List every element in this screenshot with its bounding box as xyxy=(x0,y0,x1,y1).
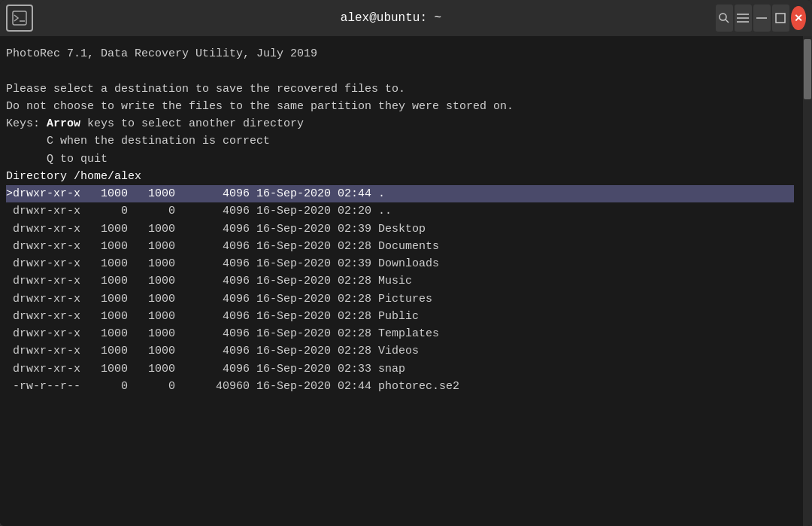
dir-row-1[interactable]: drwxr-xr-x 0 0 4096 16-Sep-2020 02:20 .. xyxy=(6,202,794,220)
window-title: alex@ubuntu: ~ xyxy=(66,11,716,25)
title-text: alex@ubuntu: ~ xyxy=(341,11,441,25)
photorec-version-line: PhotoRec 7.1, Data Recovery Utility, Jul… xyxy=(6,45,794,62)
dir-row-4[interactable]: drwxr-xr-x 1000 1000 4096 16-Sep-2020 02… xyxy=(6,255,794,272)
blank-line xyxy=(6,62,794,80)
c-key-line: C when the destination is correct xyxy=(6,132,794,150)
terminal-body: PhotoRec 7.1, Data Recovery Utility, Jul… xyxy=(0,36,812,526)
svg-rect-8 xyxy=(776,14,785,23)
title-bar-controls: ✕ xyxy=(716,5,806,32)
dir-row-7[interactable]: drwxr-xr-x 1000 1000 4096 16-Sep-2020 02… xyxy=(6,308,794,325)
q-key-line: Q to quit xyxy=(6,151,794,168)
scrollbar-thumb[interactable] xyxy=(804,39,811,99)
title-bar: alex@ubuntu: ~ xyxy=(0,0,812,36)
dir-row-6[interactable]: drwxr-xr-x 1000 1000 4096 16-Sep-2020 02… xyxy=(6,290,794,308)
dir-row-8[interactable]: drwxr-xr-x 1000 1000 4096 16-Sep-2020 02… xyxy=(6,325,794,342)
keys-line: Keys: Arrow keys to select another direc… xyxy=(6,115,794,132)
title-bar-left xyxy=(6,5,66,32)
dir-row-11[interactable]: -rw-r--r-- 0 0 40960 16-Sep-2020 02:44 p… xyxy=(6,378,794,395)
directory-header: Directory /home/alex xyxy=(6,168,794,185)
dir-row-0[interactable]: >drwxr-xr-x 1000 1000 4096 16-Sep-2020 0… xyxy=(6,185,794,202)
maximize-button[interactable] xyxy=(772,5,789,32)
dir-row-10[interactable]: drwxr-xr-x 1000 1000 4096 16-Sep-2020 02… xyxy=(6,360,794,378)
keys-suffix: keys to select another directory xyxy=(80,117,304,130)
dir-row-5[interactable]: drwxr-xr-x 1000 1000 4096 16-Sep-2020 02… xyxy=(6,272,794,290)
destination-prompt-line: Please select a destination to save the … xyxy=(6,81,794,98)
svg-line-3 xyxy=(726,20,729,23)
search-button[interactable] xyxy=(716,5,733,32)
partition-warning-line: Do not choose to write the files to the … xyxy=(6,98,794,115)
terminal-window: alex@ubuntu: ~ xyxy=(0,0,812,526)
terminal-icon xyxy=(6,5,33,32)
dir-row-3[interactable]: drwxr-xr-x 1000 1000 4096 16-Sep-2020 02… xyxy=(6,238,794,255)
terminal-content: PhotoRec 7.1, Data Recovery Utility, Jul… xyxy=(6,45,806,185)
scrollbar[interactable] xyxy=(803,36,812,526)
arrow-bold: Arrow xyxy=(47,117,80,130)
directory-listing: >drwxr-xr-x 1000 1000 4096 16-Sep-2020 0… xyxy=(6,185,806,395)
close-button[interactable]: ✕ xyxy=(791,6,806,30)
svg-point-2 xyxy=(720,14,726,20)
keys-prefix: Keys: xyxy=(6,117,47,130)
dir-row-2[interactable]: drwxr-xr-x 1000 1000 4096 16-Sep-2020 02… xyxy=(6,220,794,238)
minimize-button[interactable] xyxy=(753,5,771,32)
dir-row-9[interactable]: drwxr-xr-x 1000 1000 4096 16-Sep-2020 02… xyxy=(6,342,794,360)
menu-button[interactable] xyxy=(735,5,752,32)
svg-rect-0 xyxy=(13,11,26,25)
